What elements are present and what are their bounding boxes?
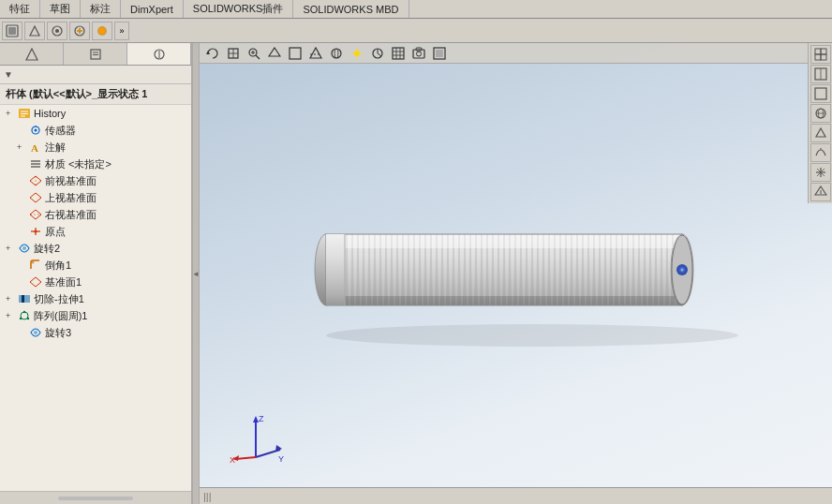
panel-divider[interactable]: ◄ [192,43,200,504]
rtb-btn-6[interactable] [810,143,831,162]
svg-point-40 [21,312,28,319]
svg-point-35 [22,246,26,250]
tree-item-history-label: History [34,108,66,119]
right-plane-icon [28,208,43,221]
tab-sketch[interactable]: 草图 [40,0,81,18]
svg-point-59 [354,51,360,56]
expand-icon-cut1[interactable]: + [6,294,17,304]
vp-btn-camera[interactable] [409,45,428,62]
vp-btn-rotate[interactable] [203,45,222,62]
svg-point-21 [35,129,37,132]
right-toolbar [808,43,832,203]
vp-btn-shaded[interactable] [286,45,305,62]
svg-point-41 [23,311,25,313]
tree-item-cut1[interactable]: + 切除-拉伸1 [0,290,191,307]
material-icon [28,157,43,170]
front-plane-icon [28,174,43,187]
tree-item-revolve3[interactable]: 旋转3 [0,324,191,341]
tree-item-revolve3-label: 旋转3 [45,326,71,340]
toolbar-btn-3[interactable] [47,22,67,40]
tab-features[interactable]: 特征 [0,0,40,18]
svg-text:Y: Y [278,454,284,464]
tree-item-fillet1[interactable]: 倒角1 [0,257,191,274]
toolbar-btn-4[interactable] [69,22,90,40]
status-bar: ||| [200,487,832,504]
svg-line-50 [256,55,260,59]
svg-point-43 [20,318,22,319]
tree-item-ref-plane1-label: 基准面1 [45,275,82,289]
sensor-icon [28,124,43,137]
rtb-btn-2[interactable] [810,65,831,83]
expand-icon-pattern1[interactable]: + [6,311,17,320]
tree-item-note[interactable]: + A 注解 [0,139,191,156]
vp-btn-pan[interactable] [224,45,243,62]
svg-point-57 [332,49,341,58]
rtb-btn-4[interactable] [810,104,831,123]
tree-item-front-plane[interactable]: 前视基准面 [0,172,191,189]
tab-annotation[interactable]: 标注 [81,0,121,18]
toolbar-btn-1[interactable] [2,22,22,40]
svg-rect-220 [821,49,826,54]
tree-item-pattern1[interactable]: + 阵列(圆周)1 [0,307,191,324]
svg-marker-229 [816,128,825,137]
expand-icon-revolve2[interactable]: + [6,244,17,253]
tree-item-note-label: 注解 [45,141,66,155]
toolbar-btn-5[interactable] [92,22,112,40]
tab-sw-mbd[interactable]: SOLIDWORKS MBD [293,0,409,18]
tree-item-history[interactable]: + History [0,105,191,122]
rtb-btn-1[interactable] [810,45,831,64]
svg-rect-39 [22,295,24,303]
tree-item-origin-label: 原点 [45,225,66,239]
vp-btn-display[interactable] [327,45,346,62]
filter-icon[interactable]: ▼ [4,69,13,80]
tree-item-sensor-label: 传感器 [45,124,76,138]
expand-icon-note[interactable]: + [17,142,28,152]
tree-item-top-plane[interactable]: 上视基准面 [0,189,191,206]
tree-item-ref-plane1[interactable]: 基准面1 [0,274,191,290]
vp-btn-render[interactable] [430,45,449,62]
tab-dimxpert[interactable]: DimXpert [121,0,184,18]
tab-sw-plugin[interactable]: SOLIDWORKS插件 [184,0,294,18]
vp-btn-wireframe[interactable] [265,45,284,62]
vp-btn-section[interactable] [306,45,325,62]
rtb-btn-5[interactable] [810,124,831,142]
svg-point-207 [680,269,683,272]
svg-rect-1 [8,27,16,35]
svg-rect-74 [436,50,443,57]
tree-item-material[interactable]: 材质 <未指定> [0,156,191,172]
feature-manager-tabs [0,43,191,66]
rtb-btn-3[interactable] [810,84,831,103]
tab-strip: 特征 草图 标注 DimXpert SOLIDWORKS插件 SOLIDWORK… [0,0,832,19]
svg-point-75 [326,324,738,347]
rtb-btn-8[interactable] [810,183,831,201]
tree-item-sensor[interactable]: 传感器 [0,122,191,139]
model-area [200,64,808,476]
feature-tab-features[interactable] [0,43,64,65]
svg-rect-221 [815,54,821,60]
tree-item-material-label: 材质 <未指定> [45,157,111,171]
feature-tab-properties[interactable] [64,43,127,65]
tree-item-origin[interactable]: 原点 [0,223,191,240]
viewport[interactable]: Z X Y [200,43,832,504]
tree-item-top-plane-label: 上视基准面 [45,191,97,205]
toolbar-btn-2[interactable] [24,22,45,40]
vp-btn-appearance[interactable] [368,45,387,62]
tree-item-right-plane[interactable]: 右视基准面 [0,206,191,223]
feature-tree[interactable]: + History 传感器 + A 注解 [0,105,191,491]
toolbar-more-btn[interactable]: » [114,22,129,40]
origin-icon [28,225,43,238]
svg-point-44 [34,331,37,334]
vp-btn-light[interactable] [348,45,366,62]
vp-btn-grid[interactable] [389,45,408,62]
top-plane-icon [28,191,43,204]
svg-point-36 [32,261,35,264]
expand-icon-history[interactable]: + [6,109,17,118]
feature-tab-config[interactable] [127,43,191,65]
left-panel-bottom [0,491,191,504]
status-handle: ||| [203,491,212,502]
tree-item-revolve2[interactable]: + 旋转2 [0,240,191,257]
svg-marker-37 [30,277,41,287]
vp-btn-zoom[interactable] [245,45,263,62]
svg-text:X: X [230,455,235,465]
rtb-btn-7[interactable] [810,163,831,182]
